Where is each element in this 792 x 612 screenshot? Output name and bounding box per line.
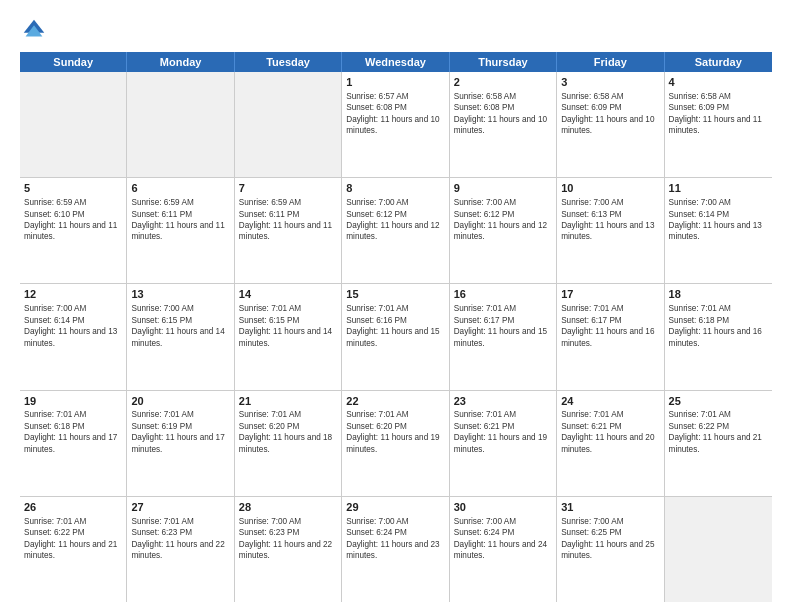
- calendar-cell: 12Sunrise: 7:00 AM Sunset: 6:14 PM Dayli…: [20, 284, 127, 389]
- day-info: Sunrise: 7:01 AM Sunset: 6:17 PM Dayligh…: [454, 304, 547, 347]
- day-info: Sunrise: 7:01 AM Sunset: 6:21 PM Dayligh…: [561, 410, 654, 453]
- day-number: 20: [131, 394, 229, 409]
- day-number: 29: [346, 500, 444, 515]
- day-number: 25: [669, 394, 768, 409]
- day-number: 28: [239, 500, 337, 515]
- calendar-cell: 24Sunrise: 7:01 AM Sunset: 6:21 PM Dayli…: [557, 391, 664, 496]
- day-number: 16: [454, 287, 552, 302]
- header-day-saturday: Saturday: [665, 52, 772, 72]
- header-day-tuesday: Tuesday: [235, 52, 342, 72]
- calendar-cell: 25Sunrise: 7:01 AM Sunset: 6:22 PM Dayli…: [665, 391, 772, 496]
- day-info: Sunrise: 7:00 AM Sunset: 6:24 PM Dayligh…: [346, 517, 439, 560]
- day-number: 15: [346, 287, 444, 302]
- day-number: 30: [454, 500, 552, 515]
- calendar-cell: 5Sunrise: 6:59 AM Sunset: 6:10 PM Daylig…: [20, 178, 127, 283]
- calendar-week-2: 5Sunrise: 6:59 AM Sunset: 6:10 PM Daylig…: [20, 178, 772, 284]
- day-info: Sunrise: 7:00 AM Sunset: 6:23 PM Dayligh…: [239, 517, 332, 560]
- day-info: Sunrise: 6:58 AM Sunset: 6:09 PM Dayligh…: [561, 92, 654, 135]
- day-number: 3: [561, 75, 659, 90]
- calendar-cell: 13Sunrise: 7:00 AM Sunset: 6:15 PM Dayli…: [127, 284, 234, 389]
- calendar-week-3: 12Sunrise: 7:00 AM Sunset: 6:14 PM Dayli…: [20, 284, 772, 390]
- day-number: 14: [239, 287, 337, 302]
- day-info: Sunrise: 7:01 AM Sunset: 6:17 PM Dayligh…: [561, 304, 654, 347]
- calendar-cell: 7Sunrise: 6:59 AM Sunset: 6:11 PM Daylig…: [235, 178, 342, 283]
- calendar-cell: 2Sunrise: 6:58 AM Sunset: 6:08 PM Daylig…: [450, 72, 557, 177]
- day-info: Sunrise: 6:58 AM Sunset: 6:09 PM Dayligh…: [669, 92, 762, 135]
- day-number: 24: [561, 394, 659, 409]
- calendar-cell: 14Sunrise: 7:01 AM Sunset: 6:15 PM Dayli…: [235, 284, 342, 389]
- day-info: Sunrise: 7:01 AM Sunset: 6:20 PM Dayligh…: [239, 410, 332, 453]
- calendar-cell: 29Sunrise: 7:00 AM Sunset: 6:24 PM Dayli…: [342, 497, 449, 602]
- calendar-week-5: 26Sunrise: 7:01 AM Sunset: 6:22 PM Dayli…: [20, 497, 772, 602]
- day-info: Sunrise: 7:01 AM Sunset: 6:23 PM Dayligh…: [131, 517, 224, 560]
- calendar-cell: 4Sunrise: 6:58 AM Sunset: 6:09 PM Daylig…: [665, 72, 772, 177]
- day-info: Sunrise: 7:00 AM Sunset: 6:12 PM Dayligh…: [454, 198, 547, 241]
- day-info: Sunrise: 7:00 AM Sunset: 6:13 PM Dayligh…: [561, 198, 654, 241]
- day-number: 4: [669, 75, 768, 90]
- calendar-cell: 31Sunrise: 7:00 AM Sunset: 6:25 PM Dayli…: [557, 497, 664, 602]
- page: SundayMondayTuesdayWednesdayThursdayFrid…: [0, 0, 792, 612]
- header-day-wednesday: Wednesday: [342, 52, 449, 72]
- calendar-cell: 16Sunrise: 7:01 AM Sunset: 6:17 PM Dayli…: [450, 284, 557, 389]
- calendar-cell: 10Sunrise: 7:00 AM Sunset: 6:13 PM Dayli…: [557, 178, 664, 283]
- day-number: 8: [346, 181, 444, 196]
- day-number: 19: [24, 394, 122, 409]
- day-number: 23: [454, 394, 552, 409]
- day-info: Sunrise: 6:58 AM Sunset: 6:08 PM Dayligh…: [454, 92, 547, 135]
- calendar-cell: 21Sunrise: 7:01 AM Sunset: 6:20 PM Dayli…: [235, 391, 342, 496]
- day-info: Sunrise: 7:01 AM Sunset: 6:15 PM Dayligh…: [239, 304, 332, 347]
- calendar-cell: 11Sunrise: 7:00 AM Sunset: 6:14 PM Dayli…: [665, 178, 772, 283]
- header-day-friday: Friday: [557, 52, 664, 72]
- day-info: Sunrise: 7:01 AM Sunset: 6:19 PM Dayligh…: [131, 410, 224, 453]
- calendar-cell: 28Sunrise: 7:00 AM Sunset: 6:23 PM Dayli…: [235, 497, 342, 602]
- day-info: Sunrise: 7:00 AM Sunset: 6:14 PM Dayligh…: [669, 198, 762, 241]
- calendar-cell: [235, 72, 342, 177]
- day-number: 13: [131, 287, 229, 302]
- calendar-cell: 8Sunrise: 7:00 AM Sunset: 6:12 PM Daylig…: [342, 178, 449, 283]
- day-info: Sunrise: 7:01 AM Sunset: 6:16 PM Dayligh…: [346, 304, 439, 347]
- day-number: 6: [131, 181, 229, 196]
- header: [20, 16, 772, 44]
- calendar-cell: 1Sunrise: 6:57 AM Sunset: 6:08 PM Daylig…: [342, 72, 449, 177]
- day-number: 22: [346, 394, 444, 409]
- header-day-monday: Monday: [127, 52, 234, 72]
- calendar-cell: 18Sunrise: 7:01 AM Sunset: 6:18 PM Dayli…: [665, 284, 772, 389]
- calendar-cell: 9Sunrise: 7:00 AM Sunset: 6:12 PM Daylig…: [450, 178, 557, 283]
- day-info: Sunrise: 6:57 AM Sunset: 6:08 PM Dayligh…: [346, 92, 439, 135]
- day-info: Sunrise: 6:59 AM Sunset: 6:11 PM Dayligh…: [131, 198, 224, 241]
- day-number: 12: [24, 287, 122, 302]
- day-info: Sunrise: 7:00 AM Sunset: 6:25 PM Dayligh…: [561, 517, 654, 560]
- day-number: 7: [239, 181, 337, 196]
- day-info: Sunrise: 7:00 AM Sunset: 6:24 PM Dayligh…: [454, 517, 547, 560]
- calendar-cell: [127, 72, 234, 177]
- day-info: Sunrise: 7:01 AM Sunset: 6:22 PM Dayligh…: [24, 517, 117, 560]
- calendar-cell: 26Sunrise: 7:01 AM Sunset: 6:22 PM Dayli…: [20, 497, 127, 602]
- day-info: Sunrise: 6:59 AM Sunset: 6:11 PM Dayligh…: [239, 198, 332, 241]
- day-number: 9: [454, 181, 552, 196]
- calendar-cell: [20, 72, 127, 177]
- day-number: 2: [454, 75, 552, 90]
- calendar-cell: 3Sunrise: 6:58 AM Sunset: 6:09 PM Daylig…: [557, 72, 664, 177]
- day-number: 11: [669, 181, 768, 196]
- logo-icon: [20, 16, 48, 44]
- day-info: Sunrise: 6:59 AM Sunset: 6:10 PM Dayligh…: [24, 198, 117, 241]
- day-info: Sunrise: 7:01 AM Sunset: 6:18 PM Dayligh…: [669, 304, 762, 347]
- calendar-header: SundayMondayTuesdayWednesdayThursdayFrid…: [20, 52, 772, 72]
- day-number: 5: [24, 181, 122, 196]
- day-info: Sunrise: 7:01 AM Sunset: 6:18 PM Dayligh…: [24, 410, 117, 453]
- day-number: 31: [561, 500, 659, 515]
- day-number: 1: [346, 75, 444, 90]
- calendar-week-4: 19Sunrise: 7:01 AM Sunset: 6:18 PM Dayli…: [20, 391, 772, 497]
- header-day-thursday: Thursday: [450, 52, 557, 72]
- day-number: 26: [24, 500, 122, 515]
- day-info: Sunrise: 7:00 AM Sunset: 6:14 PM Dayligh…: [24, 304, 117, 347]
- calendar: SundayMondayTuesdayWednesdayThursdayFrid…: [20, 52, 772, 602]
- day-info: Sunrise: 7:01 AM Sunset: 6:21 PM Dayligh…: [454, 410, 547, 453]
- calendar-week-1: 1Sunrise: 6:57 AM Sunset: 6:08 PM Daylig…: [20, 72, 772, 178]
- calendar-cell: 19Sunrise: 7:01 AM Sunset: 6:18 PM Dayli…: [20, 391, 127, 496]
- calendar-cell: 6Sunrise: 6:59 AM Sunset: 6:11 PM Daylig…: [127, 178, 234, 283]
- day-number: 18: [669, 287, 768, 302]
- calendar-body: 1Sunrise: 6:57 AM Sunset: 6:08 PM Daylig…: [20, 72, 772, 602]
- calendar-cell: 17Sunrise: 7:01 AM Sunset: 6:17 PM Dayli…: [557, 284, 664, 389]
- day-number: 17: [561, 287, 659, 302]
